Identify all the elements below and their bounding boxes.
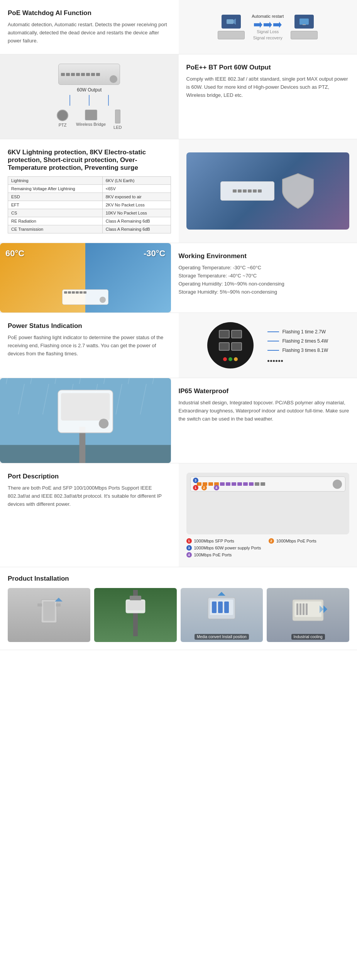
legend-item-1: 1 1000Mbps SFP Ports <box>186 538 267 544</box>
working-env-visual: 60°C -30°C <box>0 243 171 313</box>
led-icon <box>115 110 120 123</box>
poe-watchdog-title: PoE Watchdog AI Function <box>8 9 171 17</box>
switch-overlay <box>62 289 108 305</box>
led-device: LED <box>113 110 122 130</box>
port-desc-left: Port Description There are both PoE and … <box>0 463 179 567</box>
power-status-visual: Flashing 1 time 2.7W Flashing 2 times 5.… <box>207 322 328 368</box>
port-circle <box>207 322 254 368</box>
lightning-visual <box>186 152 350 230</box>
cooling-svg <box>287 590 329 632</box>
rj45-port <box>219 342 230 351</box>
temp-visual: 60°C -30°C <box>0 243 171 313</box>
poe-plus-visual: 60W Output PTZ Wireless Bridge LED <box>0 54 179 139</box>
flash-dots <box>267 360 328 362</box>
svg-rect-37 <box>212 602 217 613</box>
bridge-icon <box>85 110 97 120</box>
poe-watchdog-visual: Automatic restart Signal Loss Signal rec… <box>214 10 321 44</box>
svg-marker-47 <box>323 605 327 613</box>
svg-rect-2 <box>299 19 309 25</box>
flash-label-2: Flashing 2 times 5.4W <box>282 338 328 344</box>
svg-rect-42 <box>294 602 321 617</box>
ip65-section: IP65 Waterproof Industrial shell design,… <box>0 378 357 463</box>
badge-2: 2 <box>201 485 207 490</box>
legend-label-3: 1000Mbps 60W power supply Ports <box>194 546 261 550</box>
svg-rect-3 <box>303 24 306 25</box>
working-env-text: Operating Temperature: -30°C ~60°C Stora… <box>179 264 350 296</box>
power-status-left: Power Status Indication PoE power flashi… <box>0 313 179 378</box>
install-image-1 <box>8 588 90 642</box>
led-label: LED <box>113 125 122 130</box>
rj45-port <box>231 330 242 338</box>
port-desc-right: 3 1 2 4 1 1000Mbps SFP Ports 2 1000Mbps … <box>179 463 357 567</box>
flash-line <box>267 350 279 351</box>
working-env-section: 60°C -30°C Working Environment Operating… <box>0 243 357 313</box>
working-env-title: Working Environment <box>179 252 350 260</box>
svg-rect-33 <box>127 601 144 610</box>
svg-rect-24 <box>61 393 110 421</box>
legend-dot-2: 2 <box>269 538 274 544</box>
table-row: Remaining Voltage After Lightning<65V <box>8 185 171 193</box>
product-install-section: Product Installation <box>0 567 357 650</box>
legend-label-4: 100Mbps PoE Ports <box>194 553 232 557</box>
badge-3: 3 <box>193 478 198 483</box>
poe-plus-title: PoE++ BT Port 60W Output <box>186 64 350 71</box>
media-svg <box>200 590 243 632</box>
poe-plus-left: PoE++ BT Port 60W Output Comply with IEE… <box>179 54 357 139</box>
ptz-label: PTZ <box>59 123 67 127</box>
install-image-4: Industrial cooling <box>267 588 349 642</box>
legend-dot-4: 4 <box>186 552 192 558</box>
hot-temp: 60°C <box>5 248 24 259</box>
cold-temp: -30°C <box>144 248 165 259</box>
restart-label: Automatic restart <box>252 14 284 19</box>
port-desc-section: Port Description There are both PoE and … <box>0 463 357 567</box>
port-desc-title: Port Description <box>8 473 171 480</box>
legend-item-4: 4 100Mbps PoE Ports <box>186 552 267 558</box>
svg-rect-28 <box>37 603 42 607</box>
poe-watchdog-left: PoE Watchdog AI Function Automatic detec… <box>0 0 179 54</box>
install-image-2 <box>94 588 177 642</box>
rj45-port <box>231 342 242 351</box>
svg-point-25 <box>99 419 108 429</box>
legend-dot-1: 1 <box>186 538 192 544</box>
lightning-left: 6KV Lightning protection, 8KV Electro-st… <box>0 139 179 243</box>
bridge-device: Wireless Bridge <box>76 110 106 130</box>
svg-marker-1 <box>233 19 236 25</box>
ip65-title: IP65 Waterproof <box>179 387 350 395</box>
port-legend: 1 1000Mbps SFP Ports 2 1000Mbps PoE Port… <box>186 538 350 558</box>
shield-icon <box>281 172 315 210</box>
port-desc-text: There are both PoE and SFP 100/1000Mbps … <box>8 484 171 508</box>
svg-rect-46 <box>306 603 308 615</box>
install-image-3: Media convert Install position <box>181 588 263 642</box>
badge-4: 4 <box>214 485 219 490</box>
install-images: Media convert Install position Industria… <box>8 588 349 642</box>
poe-device-visual: 60W Output PTZ Wireless Bridge LED <box>57 64 122 130</box>
legend-item-2: 2 1000Mbps PoE Ports <box>269 538 349 544</box>
lightning-section: 6KV Lightning protection, 8KV Electro-st… <box>0 139 357 243</box>
bracket-svg <box>30 592 68 630</box>
output-label: 60W Output <box>77 87 102 93</box>
svg-rect-29 <box>56 603 61 607</box>
table-row: RE RadiationClass A Remaining 6dB <box>8 217 171 225</box>
svg-rect-43 <box>296 603 298 615</box>
ip65-text: Industrial shell design, Integrated topc… <box>179 399 350 423</box>
media-caption: Media convert Install position <box>195 634 249 640</box>
ptz-device: PTZ <box>57 110 68 130</box>
legend-dot-3: 3 <box>186 545 192 551</box>
svg-rect-45 <box>303 603 305 615</box>
cooling-caption: Industrial cooling <box>291 634 325 640</box>
signal-loss-label: Signal Loss <box>257 29 279 34</box>
power-status-title: Power Status Indication <box>8 322 171 330</box>
svg-rect-34 <box>130 596 141 600</box>
flash-item-1: Flashing 1 time 2.7W <box>267 329 328 335</box>
power-status-right: Flashing 1 time 2.7W Flashing 2 times 5.… <box>179 313 357 378</box>
flash-label-3: Flashing 3 times 8.1W <box>282 348 328 353</box>
flash-line <box>267 341 279 341</box>
flash-labels: Flashing 1 time 2.7W Flashing 2 times 5.… <box>267 329 328 362</box>
power-status-section: Power Status Indication PoE power flashi… <box>0 313 357 378</box>
port-device-image: 3 1 2 4 <box>186 473 350 534</box>
flash-label-1: Flashing 1 time 2.7W <box>282 329 326 335</box>
flash-item-2: Flashing 2 times 5.4W <box>267 338 328 344</box>
ip65-image <box>0 378 171 463</box>
outdoor-svg <box>116 590 155 636</box>
svg-rect-0 <box>227 19 233 24</box>
